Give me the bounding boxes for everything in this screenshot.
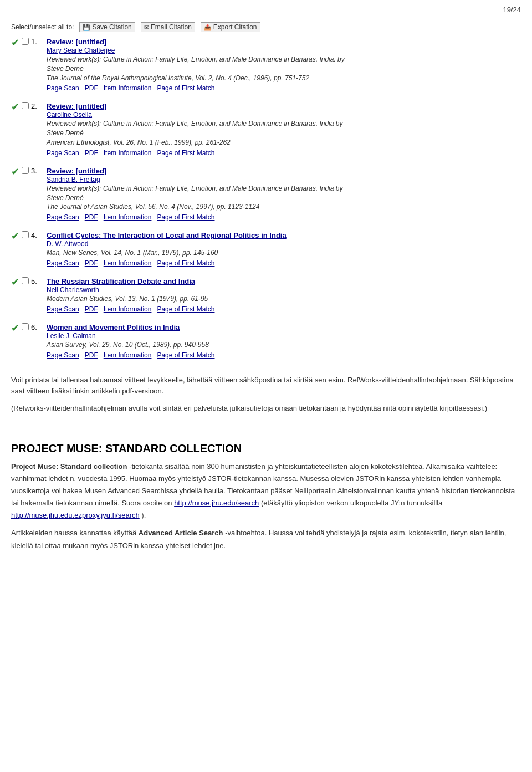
result-checkbox-area: ✔ 1. [11, 38, 44, 48]
result-checkbox[interactable] [22, 167, 29, 174]
result-link[interactable]: Page Scan [47, 305, 79, 313]
result-checkbox-area: ✔ 5. [11, 277, 44, 287]
result-content: Review: [untitled] Sandria B. Freitag Re… [47, 167, 521, 221]
advanced-search-bold: Advanced Article Search [139, 529, 223, 537]
select-all-label: Select/unselect all to: [11, 23, 74, 31]
meta-line1: Reviewed work(s): Culture in Action: Fam… [47, 185, 342, 192]
result-number: 5. [31, 277, 39, 285]
export-citation-button[interactable]: 📤 Export Citation [201, 22, 260, 32]
result-checkbox-area: ✔ 3. [11, 167, 44, 177]
result-number: 6. [31, 323, 39, 331]
meta-line3: Asian Survey, Vol. 29, No. 10 (Oct., 198… [47, 341, 209, 349]
meta-line1: Reviewed work(s): Culture in Action: Fam… [47, 55, 345, 63]
result-link[interactable]: Page Scan [47, 84, 79, 92]
result-title[interactable]: Women and Movement Politics in India [47, 323, 180, 331]
result-links: Page ScanPDFItem InformationPage of Firs… [47, 351, 521, 359]
result-checkbox[interactable] [22, 38, 29, 45]
result-meta: Man, New Series, Vol. 14, No. 1 (Mar., 1… [47, 248, 521, 258]
result-title[interactable]: The Russian Stratification Debate and In… [47, 277, 195, 285]
meta-line2: Steve Derné [47, 194, 84, 202]
result-checkbox-area: ✔ 2. [11, 102, 44, 112]
project-muse-text3: ). [141, 511, 146, 519]
result-link[interactable]: Page Scan [47, 213, 79, 221]
result-link[interactable]: PDF [85, 351, 98, 359]
result-item: ✔ 2. Review: [untitled] Caroline Osella … [11, 102, 521, 156]
result-content: The Russian Stratification Debate and In… [47, 277, 521, 313]
result-link[interactable]: Page of First Match [157, 84, 214, 92]
info-para1: Voit printata tai tallentaa haluamasi vi… [11, 375, 521, 398]
result-checkbox-area: ✔ 4. [11, 231, 44, 241]
result-link[interactable]: Page Scan [47, 149, 79, 157]
result-link[interactable]: PDF [85, 305, 98, 313]
result-links: Page ScanPDFItem InformationPage of Firs… [47, 305, 521, 313]
meta-line3: American Ethnologist, Vol. 26, No. 1 (Fe… [47, 139, 231, 146]
meta-line3: Modern Asian Studies, Vol. 13, No. 1 (19… [47, 295, 208, 303]
result-author[interactable]: Leslie J. Calman [47, 332, 521, 340]
result-link[interactable]: Item Information [104, 305, 152, 313]
result-title[interactable]: Conflict Cycles: The Interaction of Loca… [47, 231, 287, 239]
project-muse-text4: Artikkeleiden haussa kannattaa käyttää [11, 529, 139, 537]
meta-line3: Man, New Series, Vol. 14, No. 1 (Mar., 1… [47, 249, 218, 257]
result-title[interactable]: Review: [untitled] [47, 102, 106, 110]
result-link[interactable]: Page of First Match [157, 259, 214, 267]
result-link[interactable]: PDF [85, 259, 98, 267]
result-number: 4. [31, 231, 39, 239]
result-meta: Modern Asian Studies, Vol. 13, No. 1 (19… [47, 294, 521, 304]
result-author[interactable]: Sandria B. Freitag [47, 176, 521, 183]
meta-line3: The Journal of Asian Studies, Vol. 56, N… [47, 203, 259, 211]
email-icon: ✉ [144, 24, 149, 31]
result-link[interactable]: Item Information [104, 351, 152, 359]
muse-link2[interactable]: http://muse.jhu.edu.ezproxy.jyu.fi/searc… [11, 511, 140, 519]
result-checkbox[interactable] [22, 277, 29, 284]
result-number: 1. [31, 38, 39, 46]
result-link[interactable]: Page of First Match [157, 305, 214, 313]
green-check-icon: ✔ [11, 167, 19, 177]
result-item: ✔ 6. Women and Movement Politics in Indi… [11, 323, 521, 359]
result-link[interactable]: Page of First Match [157, 351, 214, 359]
result-link[interactable]: Page of First Match [157, 149, 214, 157]
project-muse-heading: PROJECT MUSE: STANDARD COLLECTION [11, 442, 521, 455]
meta-line1: Reviewed work(s): Culture in Action: Fam… [47, 120, 342, 127]
page-number: 19/24 [503, 6, 521, 14]
results-list: ✔ 1. Review: [untitled] Mary Searle Chat… [11, 38, 521, 359]
page-wrapper: 19/24 Select/unselect all to: 💾 Save Cit… [0, 0, 532, 772]
result-item: ✔ 5. The Russian Stratification Debate a… [11, 277, 521, 313]
result-author[interactable]: Neil Charlesworth [47, 286, 521, 294]
info-para2: (Refworks-viitteidenhallintaohjelman avu… [11, 403, 521, 415]
result-link[interactable]: Item Information [104, 259, 152, 267]
save-citation-button[interactable]: 💾 Save Citation [79, 22, 135, 32]
result-link[interactable]: Page Scan [47, 351, 79, 359]
result-link[interactable]: Item Information [104, 149, 152, 157]
result-link[interactable]: PDF [85, 149, 98, 157]
meta-line2: Steve Derné [47, 129, 84, 137]
result-link[interactable]: Item Information [104, 213, 152, 221]
result-item: ✔ 3. Review: [untitled] Sandria B. Freit… [11, 167, 521, 221]
result-link[interactable]: Page Scan [47, 259, 79, 267]
green-check-icon: ✔ [11, 38, 19, 48]
green-check-icon: ✔ [11, 277, 19, 287]
project-muse-para2: Artikkeleiden haussa kannattaa käyttää A… [11, 527, 521, 551]
result-author[interactable]: Mary Searle Chatterjee [47, 47, 521, 54]
result-author[interactable]: D. W. Attwood [47, 240, 521, 248]
save-icon: 💾 [83, 24, 90, 31]
result-checkbox[interactable] [22, 231, 29, 238]
result-author[interactable]: Caroline Osella [47, 111, 521, 119]
result-link[interactable]: Item Information [104, 84, 152, 92]
result-link[interactable]: Page of First Match [157, 213, 214, 221]
result-checkbox[interactable] [22, 323, 29, 330]
muse-link1[interactable]: http://muse.jhu.edu/search [174, 499, 259, 507]
result-links: Page ScanPDFItem InformationPage of Firs… [47, 149, 521, 157]
result-link[interactable]: PDF [85, 84, 98, 92]
result-checkbox-area: ✔ 6. [11, 323, 44, 333]
result-title[interactable]: Review: [untitled] [47, 167, 106, 175]
result-item: ✔ 4. Conflict Cycles: The Interaction of… [11, 231, 521, 267]
result-link[interactable]: PDF [85, 213, 98, 221]
result-title[interactable]: Review: [untitled] [47, 38, 106, 46]
project-muse-bold-title: Project Muse: Standard collection [11, 462, 127, 471]
result-links: Page ScanPDFItem InformationPage of Firs… [47, 259, 521, 267]
result-item: ✔ 1. Review: [untitled] Mary Searle Chat… [11, 38, 521, 92]
result-links: Page ScanPDFItem InformationPage of Firs… [47, 213, 521, 221]
email-citation-button[interactable]: ✉ Email Citation [141, 22, 195, 32]
result-content: Women and Movement Politics in India Les… [47, 323, 521, 359]
result-checkbox[interactable] [22, 102, 29, 109]
